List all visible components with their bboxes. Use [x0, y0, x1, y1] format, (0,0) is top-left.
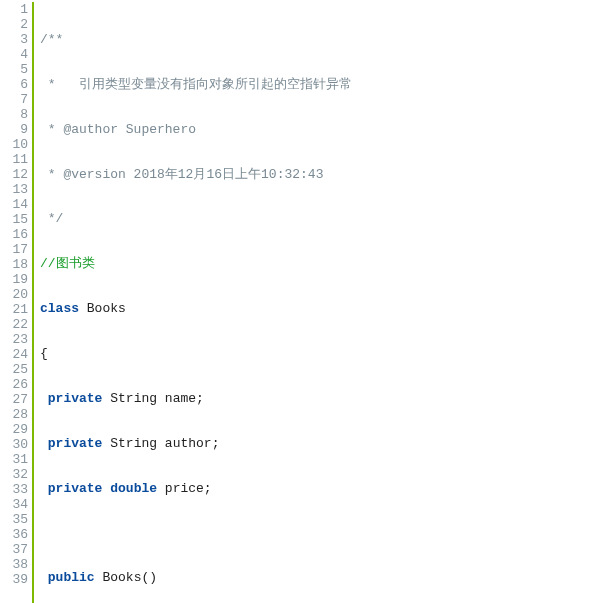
- line-number: 35: [0, 512, 28, 527]
- code-line: * @author Superhero: [40, 122, 469, 137]
- code-line: * @version 2018年12月16日上午10:32:43: [40, 167, 469, 182]
- line-number: 8: [0, 107, 28, 122]
- line-number: 6: [0, 77, 28, 92]
- line-number: 15: [0, 212, 28, 227]
- code-line: class Books: [40, 301, 469, 316]
- code-line: public Books(): [40, 570, 469, 585]
- code-line: */: [40, 211, 469, 226]
- code-editor: 1 2 3 4 5 6 7 8 9 10 11 12 13 14 15 16 1…: [0, 0, 600, 603]
- line-number: 30: [0, 437, 28, 452]
- line-number: 22: [0, 317, 28, 332]
- line-number: 33: [0, 482, 28, 497]
- code-line: * 引用类型变量没有指向对象所引起的空指针异常: [40, 77, 469, 92]
- code-line: private String name;: [40, 391, 469, 406]
- line-number: 5: [0, 62, 28, 77]
- line-number: 10: [0, 137, 28, 152]
- line-number: 1: [0, 2, 28, 17]
- line-number: 23: [0, 332, 28, 347]
- line-number: 11: [0, 152, 28, 167]
- line-number: 24: [0, 347, 28, 362]
- line-number: 17: [0, 242, 28, 257]
- line-number: 37: [0, 542, 28, 557]
- code-line: {: [40, 346, 469, 361]
- line-number: 26: [0, 377, 28, 392]
- line-number: 29: [0, 422, 28, 437]
- code-line: /**: [40, 32, 469, 47]
- line-number: 12: [0, 167, 28, 182]
- line-number: 14: [0, 197, 28, 212]
- line-number: 7: [0, 92, 28, 107]
- code-line: //图书类: [40, 256, 469, 271]
- line-number: 9: [0, 122, 28, 137]
- code-line: private String author;: [40, 436, 469, 451]
- line-number: 34: [0, 497, 28, 512]
- gutter-border: [32, 2, 34, 603]
- line-number: 25: [0, 362, 28, 377]
- line-number: 20: [0, 287, 28, 302]
- line-number: 13: [0, 182, 28, 197]
- line-number: 2: [0, 17, 28, 32]
- line-number: 36: [0, 527, 28, 542]
- line-number: 16: [0, 227, 28, 242]
- line-number: 19: [0, 272, 28, 287]
- line-number: 32: [0, 467, 28, 482]
- line-number: 38: [0, 557, 28, 572]
- code-line: [40, 526, 469, 541]
- line-number: 31: [0, 452, 28, 467]
- line-number: 39: [0, 572, 28, 587]
- line-number: 3: [0, 32, 28, 47]
- line-number-gutter: 1 2 3 4 5 6 7 8 9 10 11 12 13 14 15 16 1…: [0, 2, 32, 603]
- line-number: 28: [0, 407, 28, 422]
- line-number: 18: [0, 257, 28, 272]
- line-number: 4: [0, 47, 28, 62]
- line-number: 27: [0, 392, 28, 407]
- code-line: private double price;: [40, 481, 469, 496]
- line-number: 21: [0, 302, 28, 317]
- code-area: /** * 引用类型变量没有指向对象所引起的空指针异常 * @author Su…: [40, 2, 469, 603]
